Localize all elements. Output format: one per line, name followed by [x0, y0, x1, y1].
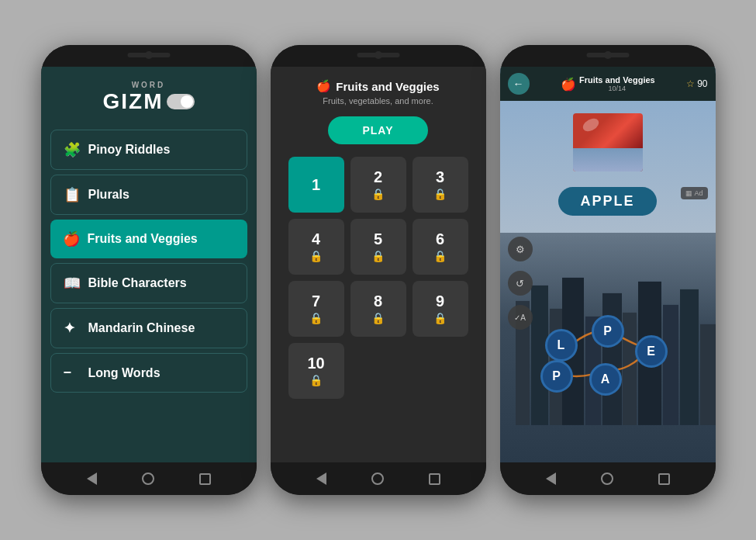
level-btn-9[interactable]: 9 🔒 — [413, 281, 468, 337]
level-num-6: 6 — [436, 231, 444, 247]
level-btn-6[interactable]: 6 🔒 — [413, 219, 468, 275]
screen-menu: WORD GIZM 🧩 Pinoy Riddles📋 Plurals🍎 Frui… — [41, 67, 257, 462]
level-btn-3[interactable]: 3 🔒 — [413, 157, 468, 213]
level-num-10: 10 — [307, 355, 324, 371]
levels-grid: 1 2 🔒3 🔒4 🔒5 🔒6 🔒7 🔒8 🔒9 — [276, 157, 481, 399]
level-num-4: 4 — [312, 231, 320, 247]
letter-path-svg — [500, 280, 716, 420]
menu-icon-plurals: 📋 — [64, 186, 81, 203]
bottom-bar-2 — [271, 462, 486, 495]
recents-nav-1[interactable] — [196, 470, 213, 487]
menu-item-mandarin-chinese[interactable]: ✦ Mandarin Chinese — [50, 308, 247, 348]
ad-badge: ▦ Ad — [681, 187, 707, 199]
game-pack-header: 🍎 Fruits and Veggies 10/14 — [561, 75, 655, 92]
lock-icon-3: 🔒 — [433, 188, 447, 200]
level-num-1: 1 — [312, 177, 320, 192]
menu-label-bible-characters: Bible Characters — [88, 276, 187, 290]
apple-sky-bg — [573, 148, 643, 171]
menu-item-long-words[interactable]: − Long Words — [50, 353, 247, 393]
phone-top-bar-3 — [500, 45, 716, 67]
lock-icon-6: 🔒 — [433, 250, 447, 262]
level-btn-5[interactable]: 5 🔒 — [350, 219, 406, 275]
level-btn-7[interactable]: 7 🔒 — [288, 281, 344, 337]
home-circle-2 — [371, 472, 384, 485]
home-circle-3 — [601, 472, 613, 485]
ad-text: Ad — [694, 189, 702, 197]
game-pack-icon: 🍎 — [561, 77, 576, 92]
phone-game: ← 🍎 Fruits and Veggies 10/14 ☆ 90 — [500, 45, 716, 495]
lock-icon-9: 🔒 — [433, 312, 447, 324]
menu-label-long-words: Long Words — [88, 366, 161, 380]
bottom-bar-3 — [500, 462, 716, 495]
menu-icon-mandarin-chinese: ✦ — [64, 320, 81, 337]
menu-item-plurals[interactable]: 📋 Plurals — [50, 175, 247, 215]
menu-label-pinoy-riddles: Pinoy Riddles — [88, 143, 171, 157]
pack-header: 🍎 Fruits and Veggies — [316, 67, 439, 96]
level-num-9: 9 — [436, 293, 444, 309]
logo-gizmo-text: GIZM — [103, 89, 164, 114]
game-pack-info: Fruits and Veggies 10/14 — [579, 75, 655, 92]
bottom-bar-1 — [41, 462, 257, 495]
letter-P-top[interactable]: P — [592, 315, 624, 348]
level-num-2: 2 — [374, 169, 382, 185]
menu-item-fruits-veggies[interactable]: 🍎 Fruits and Veggies — [50, 220, 247, 258]
level-btn-1[interactable]: 1 — [288, 157, 344, 213]
recents-square-3 — [658, 473, 670, 485]
back-nav-2[interactable] — [313, 470, 330, 487]
ad-grid-icon: ▦ — [685, 189, 692, 197]
lock-icon-5: 🔒 — [371, 250, 385, 262]
play-button[interactable]: PLAY — [328, 116, 427, 144]
recents-nav-2[interactable] — [426, 470, 443, 487]
game-inner: ← 🍎 Fruits and Veggies 10/14 ☆ 90 — [500, 67, 716, 462]
pack-name-2: Fruits and Veggies — [336, 80, 439, 93]
recents-nav-3[interactable] — [655, 470, 672, 487]
menu-label-mandarin-chinese: Mandarin Chinese — [88, 321, 195, 335]
back-nav-3[interactable] — [543, 470, 560, 487]
apple-highlight — [580, 116, 600, 133]
logo-word-text: WORD — [132, 81, 166, 89]
level-btn-2[interactable]: 2 🔒 — [350, 157, 406, 213]
game-pack-name: Fruits and Veggies — [579, 75, 655, 85]
phones-container: WORD GIZM 🧩 Pinoy Riddles📋 Plurals🍎 Frui… — [26, 29, 731, 511]
letter-L[interactable]: L — [545, 329, 578, 362]
menu-icon-long-words: − — [64, 365, 81, 381]
settings-button[interactable]: ⚙ — [508, 237, 533, 261]
home-nav-2[interactable] — [369, 470, 386, 487]
game-back-button[interactable]: ← — [508, 73, 530, 95]
phone-top-bar-1 — [41, 45, 257, 67]
logo-toggle[interactable] — [167, 94, 195, 109]
lock-icon-2: 🔒 — [371, 188, 385, 200]
menu-item-bible-characters[interactable]: 📖 Bible Characters — [50, 263, 247, 303]
menu-list: 🧩 Pinoy Riddles📋 Plurals🍎 Fruits and Veg… — [41, 123, 257, 399]
home-nav-1[interactable] — [140, 470, 157, 487]
level-btn-4[interactable]: 4 🔒 — [288, 219, 344, 275]
letter-P-bottom[interactable]: P — [540, 360, 573, 393]
speaker-1 — [127, 53, 170, 57]
level-num-7: 7 — [312, 293, 320, 309]
speaker-3 — [586, 53, 629, 57]
menu-item-pinoy-riddles[interactable]: 🧩 Pinoy Riddles — [50, 130, 247, 170]
back-nav-1[interactable] — [84, 470, 101, 487]
lock-icon-7: 🔒 — [309, 312, 323, 324]
score-area: ☆ 90 — [686, 78, 707, 89]
pack-subtext: Fruits, vegetables, and more. — [323, 96, 433, 116]
game-top-bar: ← 🍎 Fruits and Veggies 10/14 ☆ 90 — [500, 67, 716, 101]
home-circle — [142, 472, 154, 485]
phone-menu: WORD GIZM 🧩 Pinoy Riddles📋 Plurals🍎 Frui… — [41, 45, 257, 495]
home-nav-3[interactable] — [599, 470, 616, 487]
lock-icon-8: 🔒 — [371, 312, 385, 324]
back-triangle-3 — [546, 472, 556, 485]
menu-label-fruits-veggies: Fruits and Veggies — [88, 232, 198, 246]
phone-top-bar-2 — [271, 45, 486, 67]
level-btn-8[interactable]: 8 🔒 — [350, 281, 406, 337]
back-triangle — [87, 472, 97, 485]
pack-icon-2: 🍎 — [316, 79, 331, 93]
back-triangle-2 — [316, 472, 326, 485]
apple-image — [573, 113, 643, 171]
menu-icon-pinoy-riddles: 🧩 — [64, 141, 81, 158]
letter-E[interactable]: E — [635, 335, 668, 368]
game-pack-progress: 10/14 — [609, 85, 627, 92]
answer-pill: APPLE — [558, 187, 656, 216]
level-btn-10[interactable]: 10 🔒 — [288, 343, 344, 399]
letter-A[interactable]: A — [589, 363, 622, 396]
